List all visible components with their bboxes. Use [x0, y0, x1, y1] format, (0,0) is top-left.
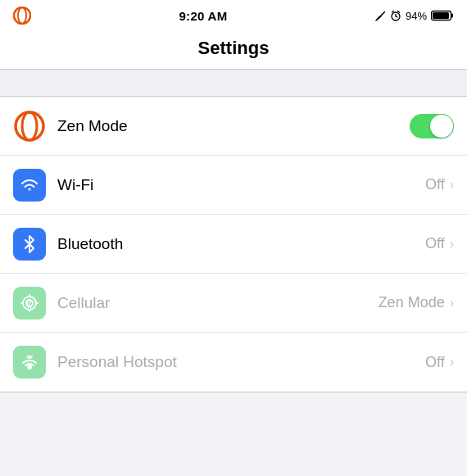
- settings-row-cellular[interactable]: (( Cellular Zen Mode ›: [0, 274, 467, 333]
- svg-point-12: [22, 112, 37, 140]
- status-time: 9:20 AM: [179, 9, 227, 23]
- hotspot-icon-bg: [13, 346, 46, 379]
- svg-line-5: [396, 16, 397, 17]
- svg-line-6: [392, 11, 393, 13]
- wifi-icon: [20, 175, 39, 195]
- wifi-icon-bg: [13, 169, 46, 202]
- bluetooth-label: Bluetooth: [57, 235, 425, 253]
- personal-hotspot-chevron-icon: ›: [450, 355, 454, 369]
- zen-mode-label: Zen Mode: [57, 117, 410, 135]
- status-right: 94%: [375, 10, 454, 22]
- svg-point-0: [14, 7, 30, 24]
- personal-hotspot-label: Personal Hotspot: [57, 353, 425, 371]
- cellular-label: Cellular: [57, 294, 379, 312]
- zen-mode-toggle-knob: [430, 115, 453, 138]
- svg-text:((: ((: [27, 300, 32, 308]
- page-title-bar: Settings: [0, 29, 467, 70]
- settings-row-wifi[interactable]: Wi-Fi Off ›: [0, 156, 467, 215]
- cellular-icon: ((: [20, 293, 39, 313]
- cellular-chevron-icon: ›: [450, 296, 454, 311]
- zen-mode-icon: [13, 110, 46, 143]
- cellular-icon-bg: ((: [13, 287, 46, 320]
- bluetooth-icon-bg: [13, 228, 46, 261]
- settings-list: Zen Mode Wi-Fi Off › Bluetooth Off ›: [0, 96, 467, 392]
- app-logo-icon: [13, 7, 31, 25]
- location-icon: [375, 11, 386, 21]
- svg-rect-9: [451, 14, 454, 18]
- page-title: Settings: [0, 38, 467, 59]
- cellular-value: Zen Mode: [379, 294, 445, 311]
- wifi-label: Wi-Fi: [57, 176, 425, 194]
- zen-mode-toggle[interactable]: [410, 114, 454, 138]
- hotspot-icon: [20, 352, 39, 372]
- wifi-chevron-icon: ›: [450, 178, 454, 193]
- section-gap: [0, 70, 467, 96]
- bluetooth-icon: [20, 234, 39, 254]
- settings-row-bluetooth[interactable]: Bluetooth Off ›: [0, 215, 467, 274]
- status-left: [13, 7, 31, 25]
- personal-hotspot-value: Off: [425, 354, 445, 371]
- alarm-icon: [390, 10, 401, 21]
- wifi-value: Off: [425, 176, 445, 193]
- settings-row-zen-mode[interactable]: Zen Mode: [0, 97, 467, 156]
- svg-rect-10: [433, 12, 449, 19]
- status-bar: 9:20 AM 94%: [0, 0, 467, 29]
- battery-icon: [431, 10, 454, 21]
- svg-point-11: [16, 112, 43, 140]
- svg-point-1: [18, 7, 26, 24]
- bluetooth-value: Off: [425, 235, 445, 252]
- battery-percent: 94%: [406, 10, 427, 22]
- svg-line-7: [397, 11, 399, 13]
- bluetooth-chevron-icon: ›: [450, 237, 454, 252]
- settings-row-personal-hotspot[interactable]: Personal Hotspot Off ›: [0, 333, 467, 392]
